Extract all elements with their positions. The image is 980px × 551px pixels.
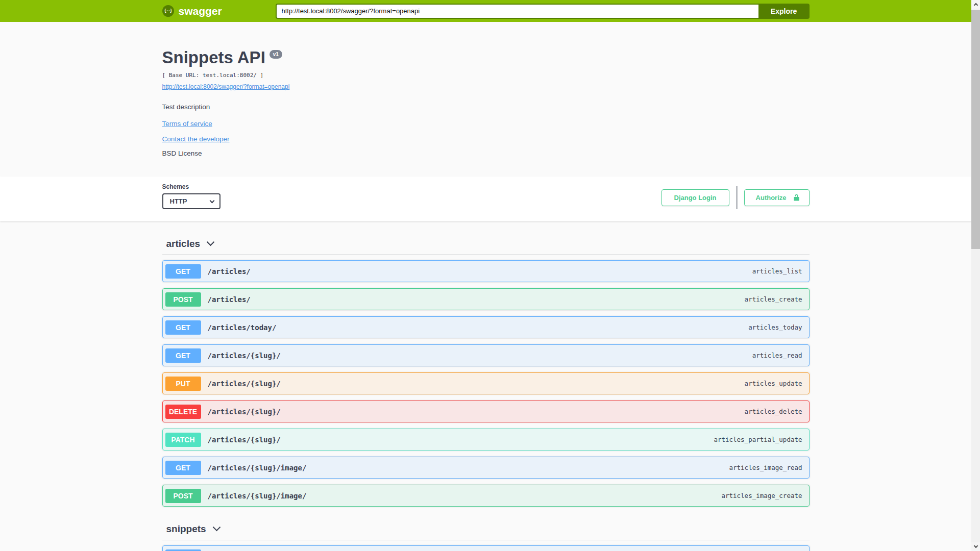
unlock-icon [793,193,800,202]
method-badge: POST [165,292,201,307]
swagger-braces-icon: {··} [162,5,174,17]
scrollbar-up-button[interactable] [971,0,980,9]
operation-path: /articles/ [208,295,251,304]
schemes-selected-value: HTTP [170,197,187,205]
operation-id: articles_update [745,380,802,387]
django-login-button[interactable]: Django Login [662,189,729,206]
terms-of-service-link[interactable]: Terms of service [162,120,212,128]
auth-wrapper: Django Login Authorize [662,186,810,209]
method-badge: GET [165,264,201,279]
tag-label: snippets [166,523,206,535]
operations-list-snippets: GET /snippets/ snippets_list [162,545,810,551]
operation-row[interactable]: GET /articles/{slug}/ articles_read [162,344,810,366]
operation-path: /articles/{slug}/image/ [208,492,307,500]
schemes-select[interactable]: HTTP [162,193,220,209]
schemes-label: Schemes [162,183,220,190]
auth-divider [736,186,738,209]
api-title-text: Snippets API [162,47,265,68]
page-title: Snippets API v1 [162,47,810,68]
base-url: [ Base URL: test.local:8002/ ] [162,72,810,79]
authorize-label: Authorize [756,194,787,202]
operations-section: articles GET /articles/ articles_list PO… [0,233,971,551]
operation-row[interactable]: GET /snippets/ snippets_list [162,545,810,551]
operation-path: /articles/{slug}/image/ [208,464,307,472]
operation-id: articles_read [752,352,802,359]
operation-path: /articles/{slug}/ [208,408,281,416]
operation-row[interactable]: PUT /articles/{slug}/ articles_update [162,372,810,394]
operation-path: /articles/{slug}/ [208,436,281,444]
operation-id: articles_create [745,295,802,303]
operation-path: /articles/today/ [208,323,277,332]
method-badge: GET [165,549,201,551]
operation-row[interactable]: DELETE /articles/{slug}/ articles_delete [162,400,810,422]
topbar: {··} swagger Explore [0,0,971,22]
operations-list-articles: GET /articles/ articles_list POST /artic… [162,260,810,507]
scrollbar-thumb[interactable] [971,10,980,249]
operation-row[interactable]: POST /articles/{slug}/image/ articles_im… [162,485,810,507]
operation-row[interactable]: GET /articles/today/ articles_today [162,316,810,338]
operation-id: articles_image_read [729,464,802,471]
contact-developer-link[interactable]: Contact the developer [162,135,230,143]
spec-link[interactable]: http://test.local:8002/swagger/?format=o… [162,83,290,90]
arrow-down-icon [973,544,977,548]
spec-url-input[interactable] [276,4,758,19]
page: {··} swagger Explore Snippets API v1 [ B… [0,0,971,551]
chevron-down-icon [207,238,215,246]
operation-row[interactable]: GET /articles/ articles_list [162,260,810,282]
method-badge: POST [165,489,201,503]
operation-path: /articles/ [208,267,251,276]
tag-label: articles [166,238,201,249]
operation-row[interactable]: PATCH /articles/{slug}/ articles_partial… [162,429,810,450]
explore-button[interactable]: Explore [758,4,810,19]
version-badge: v1 [270,50,282,59]
operation-id: articles_list [752,267,802,275]
method-badge: GET [165,461,201,475]
chevron-down-icon [209,198,214,203]
operation-row[interactable]: GET /articles/{slug}/image/ articles_ima… [162,457,810,479]
tag-header-snippets[interactable]: snippets [162,518,810,540]
operation-id: articles_image_create [721,492,802,499]
schemes-block: Schemes HTTP [162,183,220,209]
method-badge: GET [165,348,201,363]
operation-path: /articles/{slug}/ [208,380,281,388]
scrollbar-down-button[interactable] [971,542,980,551]
operation-path: /articles/{slug}/ [208,352,281,360]
swagger-logo[interactable]: {··} swagger [162,5,276,17]
vertical-scrollbar[interactable] [971,0,980,551]
license-text: BSD License [162,149,810,157]
tag-header-articles[interactable]: articles [162,233,810,255]
method-badge: DELETE [165,405,201,419]
scheme-container: Schemes HTTP Django Login Authorize [0,177,971,221]
method-badge: PATCH [165,433,201,447]
method-badge: PUT [165,377,201,391]
swagger-logo-text: swagger [179,5,222,17]
operation-row[interactable]: POST /articles/ articles_create [162,288,810,310]
info-section: Snippets API v1 [ Base URL: test.local:8… [0,22,971,177]
operation-id: articles_partial_update [714,436,802,443]
arrow-up-icon [973,3,977,7]
authorize-button[interactable]: Authorize [744,189,810,206]
operation-id: articles_delete [745,408,802,415]
chevron-down-icon [212,523,220,531]
api-description: Test description [162,103,810,111]
explore-form: Explore [276,4,810,19]
method-badge: GET [165,320,201,335]
operation-id: articles_today [748,323,802,331]
